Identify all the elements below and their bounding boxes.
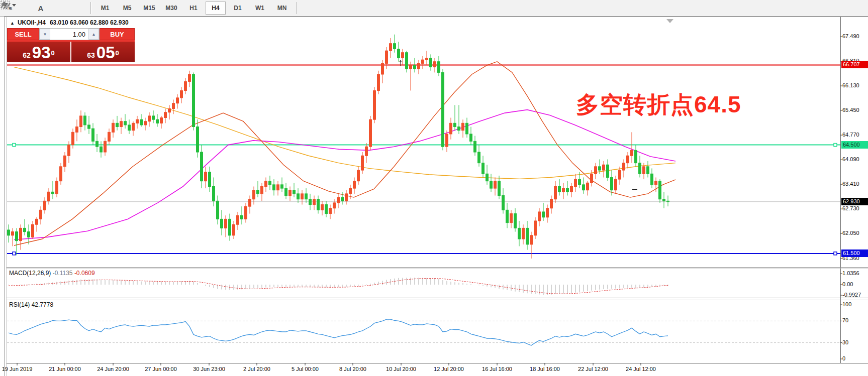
macd-axis-label: 0.00	[842, 281, 853, 287]
candle-body	[587, 183, 589, 190]
candle-body	[217, 201, 219, 219]
chart-shift-triangle-icon[interactable]	[666, 19, 673, 23]
candle-body	[188, 74, 191, 81]
cross-marker[interactable]: †	[399, 59, 403, 67]
candle-body	[611, 177, 613, 190]
rsi-line	[9, 319, 668, 345]
price-axis-label: 62.050	[842, 230, 859, 236]
candle-body	[570, 186, 573, 192]
candle-body	[631, 150, 633, 156]
candle-body	[430, 58, 432, 67]
candle-body	[156, 119, 159, 123]
candle-body	[76, 127, 78, 133]
candle-body	[269, 181, 271, 185]
candle-body	[289, 190, 292, 196]
candle-body	[486, 174, 489, 181]
candle-body	[442, 72, 444, 147]
date-axis-label: 30 Jun 23:00	[193, 366, 225, 372]
date-axis-label: 24 Jul 12:00	[626, 366, 656, 372]
price-axis-label: 65.450	[842, 107, 859, 113]
candle-body	[667, 201, 669, 201]
date-axis-label: 18 Jul 16:00	[530, 366, 560, 372]
candle-body	[8, 230, 10, 235]
candle-body	[329, 208, 332, 214]
candle-body	[402, 53, 404, 58]
candle-body	[353, 181, 356, 188]
candle-body	[434, 62, 436, 67]
candle-body	[20, 228, 22, 240]
candle-body	[221, 219, 223, 228]
candle-body	[522, 228, 525, 239]
date-axis-label: 21 Jun 00:00	[49, 366, 81, 372]
candle-body	[643, 167, 645, 174]
candle-body	[426, 58, 428, 60]
candle-body	[546, 208, 549, 217]
candle-body	[233, 224, 235, 235]
candle-body	[574, 179, 577, 186]
candle-body	[542, 212, 545, 217]
candle-body	[365, 147, 368, 156]
candle-body	[68, 145, 70, 156]
candle-body	[369, 119, 372, 147]
candle-body	[526, 228, 529, 244]
candle-body	[325, 205, 328, 214]
candle-body	[615, 179, 617, 190]
candle-body	[88, 125, 90, 129]
candle-body	[530, 235, 533, 244]
candle-body	[309, 199, 312, 205]
candle-body	[36, 219, 38, 224]
date-axis-label: 12 Jul 20:00	[434, 366, 464, 372]
date-axis-label: 2 Jul 20:00	[243, 366, 270, 372]
date-axis-label: 19 Jun 2019	[2, 366, 33, 372]
candle-body	[603, 165, 605, 170]
candle-body	[490, 181, 493, 188]
level-line-handle[interactable]	[13, 252, 16, 255]
candle-body	[273, 185, 275, 190]
candle-body	[566, 188, 569, 192]
chart-canvas: †	[0, 0, 868, 376]
candle-body	[410, 65, 412, 69]
candle-body	[494, 181, 497, 188]
level-line-handle[interactable]	[13, 144, 16, 147]
candle-body	[209, 172, 211, 187]
candle-body	[116, 123, 119, 127]
candle-body	[257, 190, 259, 194]
candle-body	[333, 203, 336, 208]
candle-body	[414, 65, 416, 69]
level-line-handle[interactable]	[834, 144, 837, 147]
candle-body	[168, 108, 171, 112]
candle-body	[599, 167, 601, 170]
candle-body	[80, 116, 82, 127]
candle-body	[84, 116, 86, 125]
candle-body	[607, 165, 609, 177]
price-axis-label: 67.490	[842, 33, 859, 39]
candle-body	[44, 201, 46, 210]
candle-body	[558, 186, 561, 192]
candle-body	[462, 123, 464, 130]
candle-body	[578, 179, 581, 185]
candle-body	[213, 186, 215, 201]
candle-body	[394, 44, 396, 49]
candle-body	[349, 188, 352, 194]
candle-body	[361, 156, 364, 170]
candle-body	[321, 205, 324, 210]
level-price-label: 61.500	[841, 249, 868, 257]
candle-body	[595, 167, 597, 174]
price-axis-label: 64.090	[842, 156, 859, 162]
candle-body	[450, 123, 452, 134]
candle-body	[148, 116, 151, 121]
level-line-handle[interactable]	[834, 252, 837, 255]
level-price-label: 66.707	[841, 61, 868, 68]
candle-body	[458, 127, 460, 131]
candle-body	[651, 174, 653, 185]
candle-body	[108, 132, 111, 141]
date-axis-label: 27 Jun 00:00	[145, 366, 177, 372]
candle-body	[128, 125, 131, 131]
candle-body	[341, 197, 344, 201]
candle-body	[201, 152, 203, 181]
date-axis-label: 5 Jul 00:00	[292, 366, 319, 372]
candle-body	[482, 163, 485, 174]
candle-body	[261, 186, 263, 193]
candle-body	[337, 197, 340, 203]
candle-body	[96, 141, 99, 147]
